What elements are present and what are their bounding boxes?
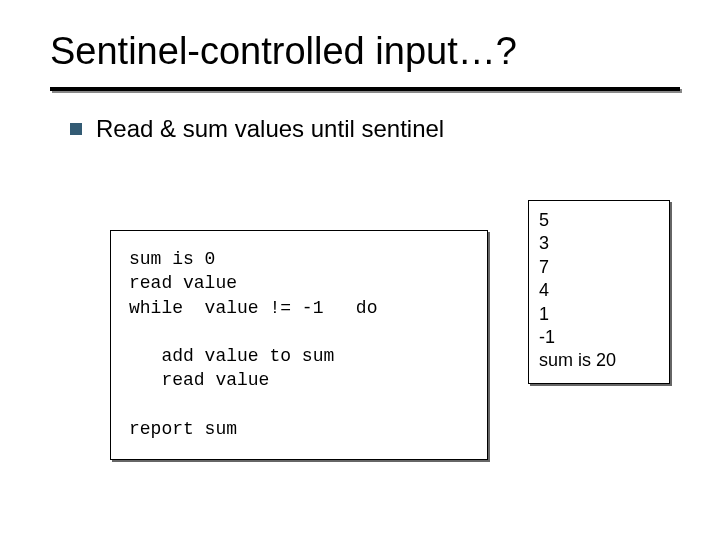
slide-body: Read & sum values until sentinel xyxy=(0,91,720,143)
bullet-text: Read & sum values until sentinel xyxy=(96,115,444,143)
slide-title: Sentinel-controlled input…? xyxy=(50,30,680,73)
pseudocode-box: sum is 0 read value while value != -1 do… xyxy=(110,230,488,460)
square-bullet-icon xyxy=(70,123,82,135)
bullet-row: Read & sum values until sentinel xyxy=(70,115,680,143)
sample-output-box: 5 3 7 4 1 -1 sum is 20 xyxy=(528,200,670,384)
slide: Sentinel-controlled input…? Read & sum v… xyxy=(0,0,720,540)
title-wrap: Sentinel-controlled input…? xyxy=(0,0,720,79)
